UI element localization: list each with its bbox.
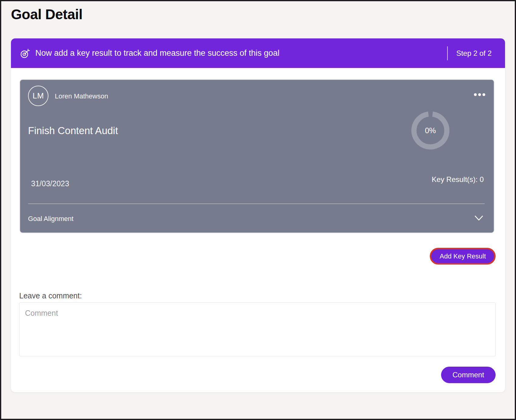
more-options-icon[interactable] <box>473 91 486 98</box>
avatar-initials: LM <box>33 91 44 101</box>
comment-section-label: Leave a comment: <box>19 291 82 300</box>
add-key-result-button[interactable]: Add Key Result <box>430 248 496 265</box>
goal-alignment-label: Goal Alignment <box>28 215 73 223</box>
dot <box>474 93 477 96</box>
page-title: Goal Detail <box>11 6 83 23</box>
card-divider <box>28 204 485 204</box>
avatar: LM <box>28 86 48 106</box>
step-banner: Now add a key result to track and measur… <box>11 38 505 68</box>
target-icon <box>20 48 30 59</box>
comment-submit-button[interactable]: Comment <box>441 367 496 383</box>
goal-detail-screen: Goal Detail Now add a key result to trac… <box>0 0 516 420</box>
banner-message: Now add a key result to track and measur… <box>35 48 439 58</box>
progress-ring: 0% <box>411 111 450 150</box>
goal-alignment-toggle[interactable]: Goal Alignment <box>20 208 494 229</box>
progress-percent: 0% <box>411 111 450 150</box>
key-results-count: Key Result(s): 0 <box>432 175 484 184</box>
goal-owner-name: Loren Mathewson <box>55 92 108 100</box>
goal-card: LM Loren Mathewson Finish Content Audit … <box>19 79 494 233</box>
chevron-down-icon <box>475 215 483 221</box>
goal-detail-panel: Now add a key result to track and measur… <box>11 38 505 392</box>
goal-due-date: 31/03/2023 <box>31 179 69 188</box>
step-indicator: Step 2 of 2 <box>456 49 496 58</box>
comment-input[interactable] <box>19 302 496 356</box>
banner-divider <box>447 46 448 60</box>
dot <box>478 93 481 96</box>
goal-title: Finish Content Audit <box>28 125 118 137</box>
dot <box>482 93 485 96</box>
